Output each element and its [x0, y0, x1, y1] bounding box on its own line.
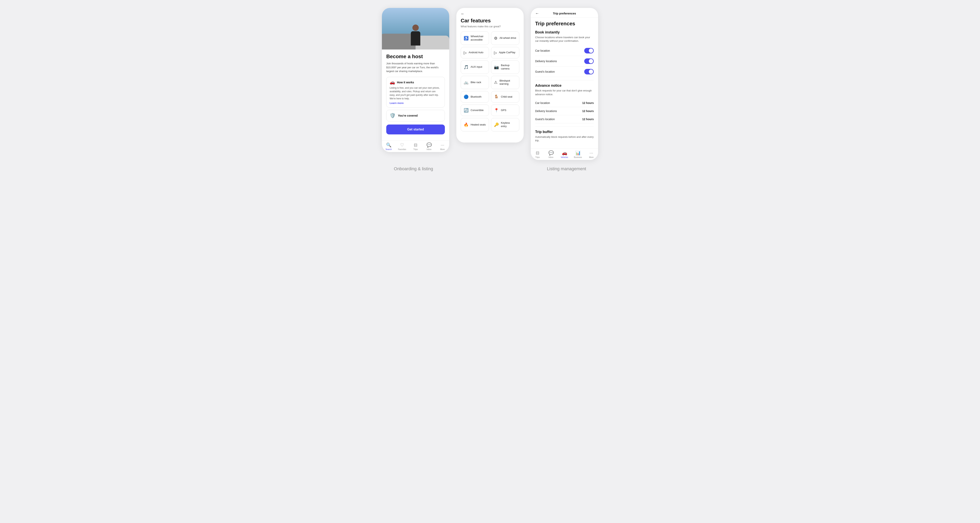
feature-blindspot[interactable]: ⚠ Blindspot warning — [491, 76, 519, 89]
trip-header: ← Trip preferences — [531, 8, 598, 17]
inbox-icon-3: 💬 — [549, 151, 554, 156]
features-header: ← — [457, 8, 523, 17]
features-content: Car features What features make this car… — [457, 17, 523, 143]
feature-keyless[interactable]: 🔑 Keyless entry — [491, 118, 519, 132]
nav-favorites[interactable]: ♡ Favorites — [397, 143, 407, 151]
trip-back-button[interactable]: ← — [535, 11, 539, 16]
feature-camera-label: Backup camera — [501, 64, 516, 70]
advance-car-value: 12 hours — [582, 101, 594, 105]
covered-card: 🛡️ You're covered — [386, 110, 445, 121]
nav-trips[interactable]: ⊟ Trips — [410, 143, 420, 151]
feature-carplay[interactable]: ▷ Apple CarPlay — [491, 47, 519, 59]
feature-android-label: Android Auto — [469, 51, 483, 54]
guests-location-label: Guest's location — [535, 70, 555, 73]
nav-inbox-3[interactable]: 💬 Inbox — [546, 151, 556, 158]
feature-convertible[interactable]: 🔄 Convertible — [461, 105, 489, 116]
learn-more-link[interactable]: Learn more — [390, 102, 442, 105]
section-labels: Onboarding & listing Listing management — [371, 166, 609, 172]
feature-bluetooth-label: Bluetooth — [471, 95, 482, 99]
keyless-icon: 🔑 — [494, 122, 499, 127]
nav-more-3[interactable]: ··· More — [586, 151, 596, 158]
person-figure — [411, 25, 420, 46]
feature-bluetooth[interactable]: 🔵 Bluetooth — [461, 91, 489, 103]
trip-buffer-title: Trip buffer — [535, 130, 594, 134]
nav-inbox-label: Inbox — [426, 148, 431, 151]
camera-icon: 📷 — [494, 65, 499, 70]
advance-guests-row: Guest's location 12 hours — [535, 115, 594, 123]
book-instantly-title: Book instantly — [535, 30, 594, 35]
inbox-icon: 💬 — [426, 143, 432, 148]
phone-trip-preferences: ← Trip preferences Trip preferences Book… — [531, 8, 598, 160]
shield-icon: 🛡️ — [390, 113, 396, 118]
advance-notice-title: Advance notice — [535, 84, 594, 88]
advance-car-row: Car location 12 hours — [535, 99, 594, 107]
feature-awd-label: All-wheel drive — [500, 37, 516, 40]
feature-heated-seats[interactable]: 🔥 Heated seats — [461, 118, 489, 132]
gps-icon: 📍 — [494, 108, 499, 113]
feature-carplay-label: Apple CarPlay — [499, 51, 515, 54]
nav-trips-label-3: Trips — [535, 156, 540, 158]
feature-wheelchair[interactable]: ♿ Wheelchair accessible — [461, 32, 489, 45]
feature-aux[interactable]: 🎵 AUX input — [461, 60, 489, 74]
blindspot-icon: ⚠ — [494, 80, 498, 85]
bike-icon: 🚲 — [464, 80, 469, 85]
label-management: Listing management — [528, 166, 605, 172]
feature-gps[interactable]: 📍 GPS — [491, 105, 519, 116]
car-location-toggle[interactable] — [584, 48, 594, 54]
nav-trips-label: Trips — [414, 148, 418, 151]
advance-notice-desc: Block requests for your car that don't g… — [535, 89, 594, 96]
search-icon: 🔍 — [386, 143, 391, 148]
delivery-locations-row: Delivery locations — [535, 56, 594, 67]
phone-car-features: ← Car features What features make this c… — [457, 8, 523, 143]
book-instantly-desc: Choose locations where travelers can boo… — [535, 36, 594, 43]
feature-bike-rack[interactable]: 🚲 Bike rack — [461, 76, 489, 89]
nav-more[interactable]: ··· More — [438, 143, 447, 151]
back-button[interactable]: ← — [461, 11, 465, 16]
feature-wheelchair-label: Wheelchair accessible — [471, 35, 486, 41]
host-content: Become a host Join thousands of hosts ea… — [382, 49, 449, 140]
person-head — [412, 25, 419, 31]
nav-trips-3[interactable]: ⊟ Trips — [533, 151, 542, 158]
trip-bottom-nav: ⊟ Trips 💬 Inbox 🚗 Vehicles 📊 Business ··… — [531, 148, 598, 160]
nav-business[interactable]: 📊 Business — [573, 151, 583, 158]
get-started-button[interactable]: Get started — [386, 124, 445, 134]
advance-delivery-value: 12 hours — [582, 110, 594, 113]
card-text: Listing is free, and you can set your ow… — [390, 86, 442, 100]
trip-buffer-desc: Automatically block requests before and … — [535, 135, 594, 142]
card-header: 🚗 How it works — [390, 80, 442, 85]
features-subtitle: What features make this car great? — [461, 25, 519, 28]
car-icon: 🚗 — [390, 80, 395, 85]
nav-search[interactable]: 🔍 Search — [384, 143, 394, 151]
label-onboarding: Onboarding & listing — [375, 166, 452, 172]
trips-icon: ⊟ — [414, 143, 417, 148]
nav-vehicles[interactable]: 🚗 Vehicles — [560, 151, 570, 158]
guests-location-toggle[interactable] — [584, 69, 594, 75]
bottom-nav: 🔍 Search ♡ Favorites ⊟ Trips 💬 Inbox ···… — [382, 140, 449, 152]
car-right — [415, 36, 449, 49]
android-icon: ▷ — [464, 50, 467, 55]
card-title: How it works — [397, 81, 414, 84]
awd-icon: ⚙ — [494, 36, 498, 41]
covered-text: You're covered — [398, 114, 418, 117]
feature-bike-label: Bike rack — [471, 81, 481, 84]
nav-more-label: More — [440, 148, 445, 151]
nav-vehicles-label: Vehicles — [561, 156, 568, 158]
delivery-locations-toggle[interactable] — [584, 59, 594, 64]
how-it-works-card: 🚗 How it works Listing is free, and you … — [386, 77, 445, 108]
nav-inbox[interactable]: 💬 Inbox — [424, 143, 434, 151]
child-seat-icon: 🪑 — [494, 94, 499, 99]
feature-heated-label: Heated seats — [471, 123, 486, 127]
delivery-locations-label: Delivery locations — [535, 60, 557, 63]
business-icon: 📊 — [575, 151, 581, 156]
hero-image — [382, 8, 449, 49]
feature-awd[interactable]: ⚙ All-wheel drive — [491, 32, 519, 45]
feature-android-auto[interactable]: ▷ Android Auto — [461, 47, 489, 59]
advance-guests-value: 12 hours — [582, 118, 594, 121]
feature-child-seat[interactable]: 🪑 Child seat — [491, 91, 519, 103]
host-subtitle: Join thousands of hosts earning more tha… — [386, 62, 445, 73]
wheelchair-icon: ♿ — [464, 36, 469, 41]
heart-icon: ♡ — [400, 143, 404, 148]
feature-backup-camera[interactable]: 📷 Backup camera — [491, 60, 519, 74]
phone-onboarding: Become a host Join thousands of hosts ea… — [382, 8, 449, 152]
feature-convertible-label: Convertible — [471, 109, 484, 112]
